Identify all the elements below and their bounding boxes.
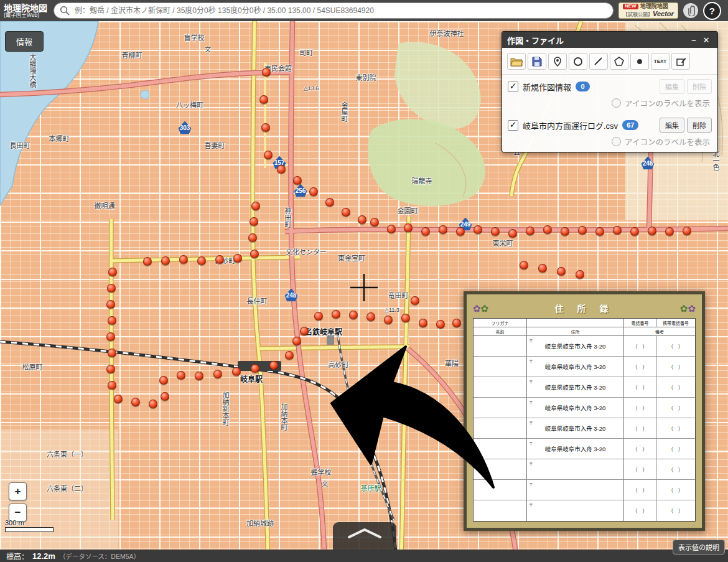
edit-layer-button[interactable]: 編集 [660,79,684,94]
track-marker[interactable] [491,227,500,236]
track-marker[interactable] [259,95,268,104]
track-marker[interactable] [250,217,258,226]
edit-layer-button[interactable]: 編集 [660,118,684,133]
track-marker[interactable] [114,395,123,403]
track-marker[interactable] [293,176,302,185]
point-tool-button[interactable] [630,53,649,70]
text-tool-button[interactable]: TEXT [651,53,670,70]
polygon-tool-button[interactable] [610,53,628,70]
track-marker[interactable] [648,227,656,235]
track-marker[interactable] [342,208,350,217]
track-marker[interactable] [595,227,604,236]
elevation-panel-tab[interactable] [333,522,396,550]
track-marker[interactable] [387,225,396,233]
zoom-in-button[interactable]: + [9,482,27,500]
marker-tool-button[interactable] [548,53,567,70]
track-marker[interactable] [292,337,301,345]
track-marker[interactable] [215,255,224,264]
track-marker[interactable] [613,226,622,235]
layer-checkbox[interactable]: ✓ [508,120,518,131]
track-marker[interactable] [285,351,294,360]
track-marker[interactable] [452,319,461,327]
track-marker[interactable] [576,270,584,279]
track-marker[interactable] [526,227,534,235]
track-marker[interactable] [520,261,528,269]
track-marker[interactable] [232,367,241,376]
minimize-button[interactable]: − [688,35,700,45]
label-toggle-radio[interactable] [612,98,621,108]
track-marker[interactable] [197,256,206,265]
track-marker[interactable] [250,250,259,258]
track-marker[interactable] [561,227,569,236]
track-marker[interactable] [538,264,547,273]
track-marker[interactable] [269,361,278,370]
track-marker[interactable] [161,392,169,401]
track-marker[interactable] [683,227,691,235]
track-marker[interactable] [277,165,286,174]
line-tool-button[interactable] [589,53,608,70]
track-marker[interactable] [159,376,168,385]
track-marker[interactable] [309,187,318,196]
open-file-button[interactable] [507,53,526,70]
track-marker[interactable] [108,316,116,325]
track-marker[interactable] [108,381,116,390]
track-marker[interactable] [358,215,366,224]
track-marker[interactable] [233,254,242,263]
delete-layer-button[interactable]: 削除 [687,79,712,94]
track-marker[interactable] [261,123,270,132]
track-marker[interactable] [251,364,259,373]
track-marker[interactable] [665,227,674,236]
track-marker[interactable] [106,332,115,341]
track-marker[interactable] [436,320,445,329]
track-marker[interactable] [439,225,447,234]
track-marker[interactable] [213,370,222,378]
track-marker[interactable] [366,312,375,321]
track-marker[interactable] [264,151,273,159]
edit-tool-button[interactable] [671,53,690,70]
track-marker[interactable] [251,202,260,210]
help-button[interactable]: ? [703,2,721,20]
track-marker[interactable] [108,349,116,357]
track-marker[interactable] [262,68,271,77]
track-marker[interactable] [543,225,552,234]
info-button[interactable]: 情報 [5,31,44,52]
attach-button[interactable] [683,3,698,18]
track-marker[interactable] [161,256,170,265]
track-marker[interactable] [131,398,140,406]
track-marker[interactable] [508,229,517,238]
track-marker[interactable] [108,268,117,276]
search-box[interactable] [54,2,614,19]
close-button[interactable]: ✕ [700,35,712,45]
circle-tool-button[interactable] [569,53,587,70]
track-marker[interactable] [421,227,430,236]
track-marker[interactable] [456,227,465,236]
track-marker[interactable] [107,284,116,293]
track-marker[interactable] [300,327,309,335]
track-marker[interactable] [332,310,340,319]
search-input[interactable] [73,6,607,16]
track-marker[interactable] [177,371,185,380]
vector-banner[interactable]: NEW 地理院地図 【試験公開】Vector [618,2,678,19]
track-marker[interactable] [557,267,566,276]
track-marker[interactable] [106,300,115,309]
track-marker[interactable] [149,400,157,408]
track-marker[interactable] [419,319,427,327]
layer-checkbox[interactable]: ✓ [508,82,518,92]
track-marker[interactable] [248,233,257,242]
track-marker[interactable] [325,198,334,207]
track-marker[interactable] [474,225,482,234]
track-marker[interactable] [370,218,379,227]
track-marker[interactable] [143,257,152,266]
track-marker[interactable] [106,365,115,373]
track-marker[interactable] [349,311,358,319]
track-marker[interactable] [384,316,393,324]
track-marker[interactable] [578,226,587,235]
save-button[interactable] [528,53,546,70]
track-marker[interactable] [401,314,410,322]
track-marker[interactable] [404,223,413,232]
track-marker[interactable] [630,227,639,236]
track-marker[interactable] [179,255,188,264]
track-marker[interactable] [314,312,323,321]
delete-layer-button[interactable]: 削除 [687,118,712,133]
legend-button[interactable]: 表示値の説明 [673,540,725,555]
